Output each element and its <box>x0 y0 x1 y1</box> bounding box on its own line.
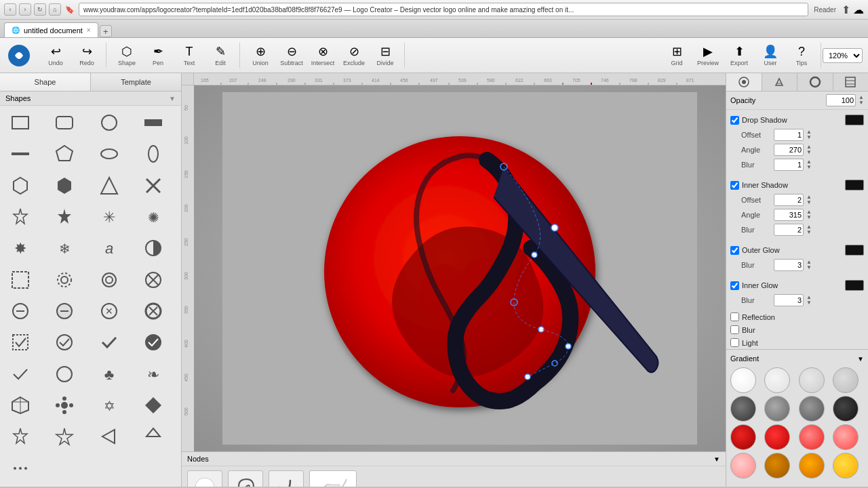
refresh-button[interactable]: ↻ <box>34 3 46 16</box>
outer-glow-blur-input[interactable] <box>774 259 804 271</box>
gradient-swatch-orange[interactable] <box>799 453 825 479</box>
drop-shadow-angle-arrows[interactable]: ▲ ▼ <box>806 144 812 155</box>
gradient-swatch-gray[interactable] <box>764 396 790 422</box>
shape-pentagon[interactable] <box>47 140 82 168</box>
drop-shadow-blur-arrows[interactable]: ▲ ▼ <box>806 159 812 170</box>
gradient-swatch-white2[interactable] <box>764 367 790 393</box>
shape-check-mark[interactable] <box>92 328 127 357</box>
shape-snowflake[interactable]: ❄ <box>47 234 82 262</box>
shape-star5[interactable] <box>47 203 82 231</box>
right-tab-fill[interactable] <box>762 73 798 91</box>
shape-cube[interactable] <box>3 391 38 420</box>
shape-wide-rect[interactable] <box>136 108 171 137</box>
outer-glow-color[interactable] <box>845 245 864 256</box>
gradient-swatch-gray2[interactable] <box>799 396 825 422</box>
drop-shadow-angle-down[interactable]: ▼ <box>806 150 812 155</box>
inner-shadow-offset-arrows[interactable]: ▲ ▼ <box>806 195 812 205</box>
inner-shadow-blur-arrows[interactable]: ▲ ▼ <box>806 224 812 235</box>
right-tab-stroke[interactable] <box>797 73 833 91</box>
shape-check2[interactable] <box>3 360 38 388</box>
union-button[interactable]: ⊕ Union <box>245 43 275 68</box>
drop-shadow-offset-input[interactable] <box>774 129 804 141</box>
blur-checkbox[interactable] <box>730 325 739 334</box>
drop-shadow-blur-down[interactable]: ▼ <box>806 165 812 170</box>
shape-half-circle[interactable] <box>136 234 171 262</box>
gradient-swatch-red-light[interactable] <box>799 424 825 450</box>
gradient-swatch-red1[interactable] <box>730 424 756 450</box>
edit-button[interactable]: ✎ Edit <box>205 43 235 68</box>
shape-target[interactable] <box>92 266 127 294</box>
right-tab-effects[interactable] <box>726 73 762 91</box>
light-checkbox[interactable] <box>730 338 739 347</box>
shape-star6[interactable] <box>3 203 38 231</box>
node-tool-hook[interactable] <box>269 470 304 487</box>
export-button[interactable]: ⬆ Export <box>724 43 754 68</box>
shape-play-left[interactable] <box>92 422 127 451</box>
opacity-down-arrow[interactable]: ▼ <box>859 100 864 106</box>
gradient-swatch-white1[interactable] <box>730 367 756 393</box>
shape-arrow-up[interactable] <box>136 422 171 451</box>
shape-star8[interactable]: ✳ <box>92 203 127 231</box>
gradient-swatch-red2[interactable] <box>764 424 790 450</box>
shape-xcircle2[interactable] <box>47 297 82 325</box>
shape-circle[interactable] <box>92 108 127 137</box>
inner-shadow-offset-input[interactable] <box>774 194 804 206</box>
opacity-input[interactable] <box>826 94 856 106</box>
shape-xcircle3[interactable]: ✕ <box>92 297 127 325</box>
gradient-swatch-darkgray[interactable] <box>730 396 756 422</box>
drop-shadow-angle-input[interactable] <box>774 144 804 156</box>
grid-button[interactable]: ⊞ Grid <box>662 43 692 68</box>
gradient-header-arrows[interactable]: ▼ <box>857 355 864 363</box>
shape-hexagon-dot[interactable] <box>47 171 82 200</box>
divide-button[interactable]: ⊟ Divide <box>370 43 400 68</box>
user-button[interactable]: 👤 User <box>755 43 785 68</box>
shape-x[interactable] <box>136 171 171 200</box>
shape-star12[interactable]: ✺ <box>136 203 171 231</box>
tips-button[interactable]: ? Tips <box>787 43 816 68</box>
shape-cross-x[interactable] <box>136 266 171 294</box>
shape-ring[interactable] <box>47 360 82 388</box>
active-tab[interactable]: 🌐 untitled document × <box>4 22 98 37</box>
canvas-scroll[interactable] <box>194 85 726 451</box>
shapes-header-arrow[interactable]: ▼ <box>169 95 176 102</box>
inner-glow-checkbox[interactable] <box>730 281 739 290</box>
shape-check-circle[interactable] <box>47 328 82 357</box>
drop-shadow-offset-arrows[interactable]: ▲ ▼ <box>806 129 812 140</box>
subtract-button[interactable]: ⊖ Subtract <box>277 43 307 68</box>
undo-button[interactable]: ↩ Undo <box>41 43 71 68</box>
inner-glow-blur-arrows[interactable]: ▲ ▼ <box>806 295 812 306</box>
shape-asterisk[interactable]: ✸ <box>3 234 38 262</box>
intersect-button[interactable]: ⊗ Intersect <box>308 43 338 68</box>
address-bar[interactable] <box>79 3 808 16</box>
inner-glow-color[interactable] <box>845 280 864 291</box>
shape-clover[interactable]: ❧ <box>136 360 171 388</box>
inner-glow-blur-input[interactable] <box>774 294 804 306</box>
drop-shadow-checkbox[interactable] <box>730 116 739 125</box>
inner-shadow-angle-input[interactable] <box>774 209 804 221</box>
shape-star-outline[interactable] <box>47 422 82 451</box>
shape-ellipse-v[interactable] <box>136 140 171 168</box>
inner-shadow-checkbox[interactable] <box>730 181 739 190</box>
shape-letter-a[interactable]: a <box>92 234 127 262</box>
reflection-checkbox[interactable] <box>730 312 739 321</box>
shape-button[interactable]: ⬡ Shape <box>112 43 142 68</box>
gradient-swatch-lightgray[interactable] <box>799 367 825 393</box>
gradient-swatch-yellow[interactable] <box>833 453 859 479</box>
zoom-select[interactable]: 120% 100% 75% 50% 150% 200% <box>823 48 863 63</box>
shape-xcircle1[interactable] <box>3 297 38 325</box>
new-tab-button[interactable]: + <box>100 25 112 37</box>
tab-template[interactable]: Template <box>91 73 181 91</box>
shape-ellipse-h[interactable] <box>92 140 127 168</box>
outer-glow-blur-arrows[interactable]: ▲ ▼ <box>806 260 812 270</box>
shape-more[interactable] <box>3 454 38 483</box>
gradient-swatch-orange-dark[interactable] <box>764 453 790 479</box>
gradient-swatch-lightgray2[interactable] <box>833 367 859 393</box>
gradient-swatch-black[interactable] <box>833 396 859 422</box>
shape-clubs[interactable]: ♣ <box>92 360 127 388</box>
gradient-swatch-pink-red[interactable] <box>833 424 859 450</box>
node-tool-spiral[interactable] <box>228 470 263 487</box>
shape-cogwheel[interactable] <box>47 266 82 294</box>
inner-shadow-angle-arrows[interactable]: ▲ ▼ <box>806 209 812 220</box>
shape-square-frame[interactable] <box>3 266 38 294</box>
share-icon[interactable]: ⬆ <box>842 3 850 16</box>
